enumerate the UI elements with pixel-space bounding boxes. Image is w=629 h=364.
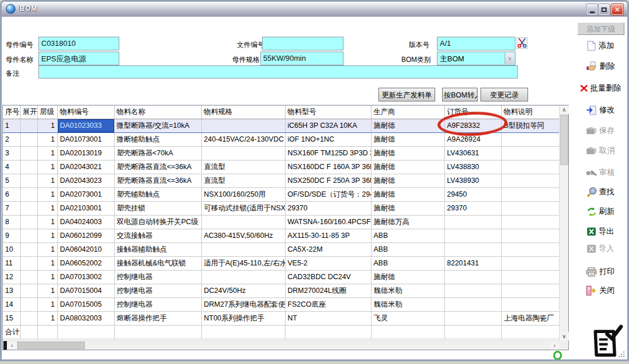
sidebar-item-modify[interactable]: 修改 (572, 103, 629, 118)
table-cell[interactable] (201, 325, 285, 339)
change-log-button[interactable]: 变更记录 (480, 88, 528, 101)
table-cell[interactable] (20, 270, 37, 284)
table-cell[interactable]: ABB (371, 256, 444, 270)
table-cell[interactable]: 1 (37, 215, 57, 229)
table-cell[interactable]: A9A26924 (444, 132, 501, 146)
file-code-field[interactable] (262, 37, 343, 50)
table-cell[interactable]: DA07013002 (57, 270, 114, 284)
table-cell[interactable]: NSX100/160/250用 (201, 187, 285, 201)
table-cell[interactable]: ABB (371, 229, 444, 242)
table-cell[interactable]: DA06052002 (57, 256, 114, 270)
table-cell[interactable]: 魏德米勒 (371, 298, 444, 311)
table-cell[interactable] (444, 270, 501, 284)
table-cell[interactable] (501, 229, 559, 242)
table-cell[interactable] (114, 325, 201, 339)
column-header[interactable]: 物料规格 (201, 105, 285, 119)
table-cell[interactable]: 1 (37, 201, 57, 215)
table-cell[interactable]: DRM270024L线圈 (285, 284, 371, 298)
table-cell[interactable] (501, 160, 559, 174)
table-cell[interactable] (20, 242, 37, 256)
table-cell[interactable]: 微型断路器/交流=10kA (114, 119, 201, 132)
table-cell[interactable]: 控制继电器 (114, 270, 201, 284)
table-cell[interactable] (20, 256, 37, 270)
table-cell[interactable]: 1 (37, 174, 57, 187)
table-cell[interactable]: DC24V/50Hz (201, 284, 285, 298)
vertical-scroll-thumb[interactable] (560, 115, 568, 165)
table-row[interactable]: 51DA02043023塑壳断路器直流<=36kA直流型NSX250DC F 2… (3, 174, 559, 187)
table-cell[interactable] (501, 132, 559, 146)
table-cell[interactable]: 29370 (285, 201, 371, 215)
table-cell[interactable]: 1 (37, 132, 57, 146)
table-cell[interactable] (501, 298, 559, 311)
horizontal-scrollbar[interactable]: ‹ › (3, 340, 559, 350)
table-cell[interactable]: 适用于A(E)45-110,左/右水平 (201, 256, 285, 270)
table-cell[interactable]: 1 (37, 187, 57, 201)
table-cell[interactable]: NSX160F TM125D 3P3D 36 (285, 146, 371, 160)
table-cell[interactable] (201, 119, 285, 132)
table-cell[interactable] (20, 298, 37, 311)
table-cell[interactable] (501, 187, 559, 201)
table-cell[interactable]: DA08032003 (57, 311, 114, 325)
table-cell[interactable]: 施耐德 (371, 174, 444, 187)
table-row[interactable]: 91DA06012099交流接触器AC380-415V,50/60HzAX115… (3, 229, 559, 242)
table-row[interactable]: 21DA01073001微断辅助触点240-415VAC/24-130VDC 前… (3, 132, 559, 146)
table-cell[interactable]: 1 (37, 298, 57, 311)
table-cell[interactable]: 接触器机械&电气联锁 (114, 256, 201, 270)
close-button[interactable]: ✕ (611, 4, 623, 15)
table-cell[interactable]: 3 (3, 146, 20, 160)
table-cell[interactable]: CA5X-22M (285, 242, 371, 256)
column-header[interactable]: 展开 (20, 105, 37, 119)
table-cell[interactable]: 塑壳挂锁 (114, 201, 201, 215)
table-cell[interactable]: LV430631 (444, 146, 501, 160)
parent-name-field[interactable]: EPS应急电源 (38, 52, 119, 65)
table-cell[interactable]: NT00系列操作把手 (201, 311, 285, 325)
table-cell[interactable]: AX115-30-11-85 3P (285, 229, 371, 242)
table-cell[interactable]: 1 (37, 160, 57, 174)
table-cell[interactable]: 1 (37, 229, 57, 242)
table-cell[interactable]: DA02043021 (57, 160, 114, 174)
table-cell[interactable]: 塑壳断路器直流<=36kA (114, 174, 201, 187)
table-cell[interactable] (20, 146, 37, 160)
table-cell[interactable]: 直流型 (201, 160, 285, 174)
table-cell[interactable]: 1 (37, 256, 57, 270)
table-cell[interactable]: 29370 (444, 201, 501, 215)
table-cell[interactable]: 4 (3, 160, 20, 174)
table-cell[interactable] (201, 215, 285, 229)
table-cell[interactable]: NSX160DC F 160A 3P 36K (285, 160, 371, 174)
table-cell[interactable]: 240-415VAC/24-130VDC 前 (201, 132, 285, 146)
table-cell[interactable]: ABB (371, 242, 444, 256)
scroll-left-icon[interactable]: ‹ (7, 341, 17, 350)
table-row[interactable]: 61DA02073001塑壳辅助触点NSX100/160/250用OF/SD/S… (3, 187, 559, 201)
table-cell[interactable] (20, 174, 37, 187)
table-cell[interactable]: DA06012099 (57, 229, 114, 242)
table-row[interactable]: 101DA06042010接触器辅助触点CA5X-22MABB (3, 242, 559, 256)
table-cell[interactable]: 12 (3, 270, 20, 284)
table-cell[interactable] (444, 242, 501, 256)
table-cell[interactable]: DA01073001 (57, 132, 114, 146)
table-cell[interactable]: DA02043023 (57, 174, 114, 187)
add-child-button[interactable]: 添加下级 (577, 22, 624, 35)
table-cell[interactable]: DA02103001 (57, 201, 114, 215)
minimize-button[interactable] (587, 4, 597, 15)
table-cell[interactable]: 施耐德 (371, 187, 444, 201)
table-row[interactable]: 71DA02103001塑壳挂锁可移动式挂锁(适用于NSX1029370施耐德2… (3, 201, 559, 215)
table-cell[interactable]: 1 (37, 270, 57, 284)
horizontal-scroll-thumb[interactable] (17, 342, 85, 349)
table-cell[interactable] (371, 325, 444, 339)
table-cell[interactable]: FS2CO底座 (285, 298, 371, 311)
table-cell[interactable] (501, 215, 559, 229)
table-cell[interactable] (444, 325, 501, 339)
table-row[interactable]: 11DA01023033微型断路器/交流=10kAiC65H 3P C32A 1… (3, 119, 559, 132)
table-cell[interactable]: 施耐德 (371, 201, 444, 215)
table-cell[interactable]: NT (285, 311, 371, 325)
table-cell[interactable]: 施耐德万高 (371, 215, 444, 229)
table-cell[interactable]: LV438830 (444, 160, 501, 174)
table-cell[interactable]: 控制继电器 (114, 298, 201, 311)
sidebar-item-find[interactable]: 查找 (572, 185, 629, 199)
table-row[interactable]: 111DA06052002接触器机械&电气联锁适用于A(E)45-110,左/右… (3, 256, 559, 270)
table-cell[interactable]: DRM27系列继电器配套使用 (201, 298, 285, 311)
sidebar-item-batch-delete[interactable]: 批量删除 (572, 81, 629, 96)
table-cell[interactable]: 6 (3, 187, 20, 201)
table-cell[interactable] (501, 174, 559, 187)
table-cell[interactable]: 1 (3, 119, 20, 132)
